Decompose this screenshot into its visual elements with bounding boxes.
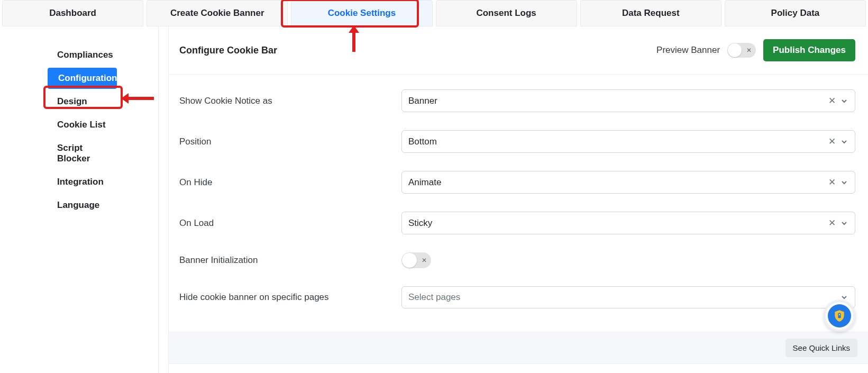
- sidebar-item-integration[interactable]: Integration: [41, 171, 121, 193]
- tab-cookie-settings[interactable]: Cookie Settings: [291, 0, 432, 26]
- tab-policy-data[interactable]: Policy Data: [725, 0, 866, 26]
- clear-icon[interactable]: ✕: [828, 95, 836, 106]
- chevron-down-icon: [840, 219, 848, 228]
- cookie-bar-template-title: Cookie Bar Template: [169, 364, 868, 373]
- sidebar-item-compliances[interactable]: Compliances: [41, 44, 121, 66]
- on-load-value: Sticky: [408, 218, 432, 229]
- show-cookie-notice-select[interactable]: Banner ✕: [401, 89, 855, 112]
- show-cookie-notice-value: Banner: [408, 96, 437, 106]
- show-cookie-notice-label: Show Cookie Notice as: [179, 96, 401, 106]
- banner-initialization-toggle[interactable]: ✕: [401, 252, 431, 268]
- clear-icon[interactable]: ✕: [828, 217, 836, 229]
- svg-rect-0: [838, 315, 840, 318]
- banner-initialization-label: Banner Initialization: [179, 255, 401, 266]
- annotation-arrow-up-icon: [352, 33, 355, 52]
- toggle-off-icon: ✕: [746, 47, 752, 54]
- toggle-off-icon: ✕: [422, 257, 427, 264]
- shield-lock-icon: [833, 309, 846, 323]
- quick-links-bar: See Quick Links: [169, 332, 868, 364]
- sidebar-item-configuration[interactable]: Configuration: [48, 68, 117, 89]
- page-title: Configure Cookie Bar: [179, 45, 277, 56]
- hide-pages-label: Hide cookie banner on specific pages: [179, 292, 401, 303]
- sidebar: Compliances Configuration Design Cookie …: [0, 26, 159, 373]
- preview-banner-toggle[interactable]: ✕: [727, 43, 756, 58]
- see-quick-links-button[interactable]: See Quick Links: [785, 339, 857, 357]
- on-load-select[interactable]: Sticky ✕: [401, 212, 855, 234]
- preview-banner-label: Preview Banner: [656, 45, 720, 56]
- tab-create-cookie-banner[interactable]: Create Cookie Banner: [147, 0, 288, 26]
- tab-dashboard[interactable]: Dashboard: [2, 0, 143, 26]
- on-hide-value: Animate: [408, 177, 441, 188]
- publish-changes-button[interactable]: Publish Changes: [763, 39, 855, 61]
- hide-pages-placeholder: Select pages: [408, 292, 460, 303]
- chevron-down-icon: [840, 97, 848, 105]
- position-label: Position: [179, 137, 401, 147]
- content: Configure Cookie Bar Preview Banner ✕ Pu…: [168, 26, 868, 373]
- sidebar-item-design[interactable]: Design: [41, 91, 121, 112]
- clear-icon[interactable]: ✕: [828, 177, 836, 188]
- clear-icon[interactable]: ✕: [828, 136, 836, 147]
- content-header: Configure Cookie Bar Preview Banner ✕ Pu…: [169, 26, 868, 75]
- chevron-down-icon: [840, 178, 848, 187]
- position-value: Bottom: [408, 137, 437, 147]
- sidebar-item-cookie-list[interactable]: Cookie List: [41, 114, 121, 135]
- chevron-down-icon: [840, 138, 848, 146]
- tab-data-request[interactable]: Data Request: [580, 0, 721, 26]
- position-select[interactable]: Bottom ✕: [401, 130, 855, 153]
- annotation-arrow-left-icon: [129, 97, 154, 100]
- sidebar-item-language[interactable]: Language: [41, 195, 121, 216]
- on-hide-select[interactable]: Animate ✕: [401, 171, 855, 194]
- sidebar-item-script-blocker[interactable]: Script Blocker: [41, 138, 121, 169]
- floating-help-badge[interactable]: [824, 300, 855, 332]
- on-load-label: On Load: [179, 218, 401, 229]
- top-tabs: Dashboard Create Cookie Banner Cookie Se…: [0, 0, 868, 26]
- tab-consent-logs[interactable]: Consent Logs: [436, 0, 577, 26]
- hide-pages-select[interactable]: Select pages ✕: [401, 286, 855, 308]
- configure-form: Show Cookie Notice as Banner ✕ Position: [169, 75, 868, 332]
- on-hide-label: On Hide: [179, 177, 401, 188]
